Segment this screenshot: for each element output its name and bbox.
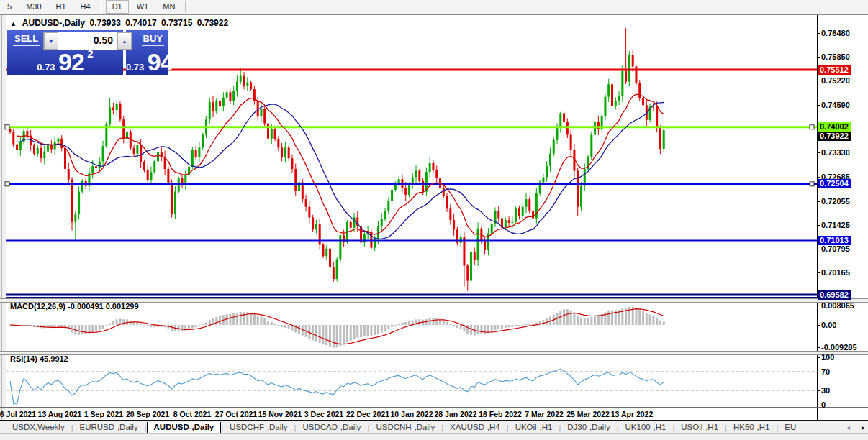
price-tick-label: 0.72055 [821, 197, 850, 206]
axis-tick-mark [817, 225, 820, 226]
chart-tab-usdchf-daily[interactable]: USDCHF-,Daily [223, 422, 294, 433]
date-tick-label: 16 Feb 2022 [479, 410, 522, 418]
price-tick-label: 0.75850 [821, 52, 850, 61]
buy-button[interactable]: BUY [142, 33, 164, 46]
date-tick-label: 10 Jan 2022 [391, 410, 433, 418]
buy-price-prefix: 0.73 [126, 62, 144, 73]
chart-tab-hk50-h1[interactable]: HK50-,H1 [727, 422, 777, 433]
sell-button[interactable]: SELL [13, 33, 40, 46]
chart-tab-audusd-daily[interactable]: AUDUSD-,Daily [147, 422, 222, 433]
timeframe-button-m30[interactable]: M30 [19, 0, 48, 14]
axis-tick-mark [817, 347, 820, 348]
rsi-indicator-label: RSI(14) 45.9912 [10, 354, 68, 363]
toolbar-separator [185, 1, 186, 12]
price-line-label: 0.69582 [818, 290, 851, 300]
timeframe-button-mn[interactable]: MN [156, 0, 181, 14]
chart-tab-usoil-h1[interactable]: USOil-,H1 [674, 422, 725, 433]
price-line-label: 0.72504 [818, 179, 851, 188]
price-tick-label: 0.70795 [821, 244, 850, 253]
date-tick-label: 8 Oct 2021 [173, 410, 212, 418]
chart-background [6, 15, 868, 421]
timeframe-button-h1[interactable]: H1 [50, 0, 73, 14]
chart-tab-eu[interactable]: EU [778, 422, 803, 433]
toolbar-separator [101, 1, 102, 12]
price-line-label: 0.71013 [818, 236, 851, 245]
symbol-period-label: AUDUSD-,Daily [22, 18, 85, 28]
axis-tick-mark [817, 405, 820, 405]
axis-tick-mark [817, 81, 820, 81]
price-line-label: 0.75512 [818, 65, 851, 75]
chart-tab-usdx-weekly[interactable]: USDX,Weekly [6, 422, 71, 433]
sell-price-big-digits: 92 [58, 48, 84, 75]
macd-tick-label: -0.009285 [821, 343, 857, 352]
timeframe-button-d1[interactable]: D1 [106, 0, 129, 14]
collapse-trade-panel-icon[interactable]: ▲ [10, 20, 17, 27]
price-tick-label: 0.70165 [821, 268, 850, 277]
timeframe-button-w1[interactable]: W1 [130, 0, 155, 14]
date-tick-label: 13 Aug 2021 [38, 410, 82, 418]
date-tick-label: 26 Jul 2021 [0, 410, 36, 418]
axis-tick-mark [817, 201, 820, 202]
ohlc-close: 0.73922 [197, 18, 228, 28]
date-tick-label: 20 Sep 2021 [126, 410, 169, 418]
axis-tick-mark [817, 357, 820, 358]
triangle-up-icon: ▲ [122, 39, 127, 44]
rsi-tick-label: 0 [821, 400, 826, 409]
rsi-tick-label: 30 [821, 386, 830, 395]
rsi-pane-bottom-border [0, 407, 868, 408]
timeframe-button-5[interactable]: 5 [1, 0, 18, 14]
chart-tab-dj30-daily[interactable]: DJ30-,Daily [561, 422, 616, 433]
chart-tab-usdcnh-daily[interactable]: USDCNH-,Daily [369, 422, 441, 433]
chart-title: ▲ AUDUSD-,Daily 0.73933 0.74017 0.73715 … [10, 18, 230, 28]
date-tick-label: 28 Jan 2022 [435, 410, 477, 418]
axis-tick-mark [817, 272, 820, 273]
status-strip [0, 433, 868, 440]
price-tick-label: 0.75220 [821, 76, 850, 85]
chart-tab-xauusd-h4[interactable]: XAUUSD-,H4 [443, 422, 507, 433]
date-tick-label: 1 Sep 2021 [84, 410, 123, 418]
volume-spinner: ▼ 0.50 ▲ [43, 32, 132, 50]
sell-price: 0.73 92 2 [7, 47, 123, 73]
date-tick-label: 25 Mar 2022 [566, 410, 610, 418]
axis-tick-mark [817, 390, 820, 391]
buy-price: 0.73 94 1 [126, 47, 168, 73]
volume-increase-button[interactable]: ▲ [117, 32, 132, 50]
tab-scroll-right-icon[interactable]: ▸ [862, 422, 865, 433]
macd-name: MACD(12,26,9) [10, 302, 65, 311]
price-tick-label: 0.76480 [821, 29, 850, 37]
axis-tick-mark [817, 306, 820, 306]
rsi-tick-label: 100 [821, 353, 834, 362]
chart-window-bottom-border [0, 420, 868, 421]
date-tick-label: 13 Apr 2022 [611, 410, 654, 418]
date-tick-label: 7 Mar 2022 [525, 410, 564, 418]
buy-price-pip-sup: 1 [176, 47, 182, 60]
volume-decrease-button[interactable]: ▼ [44, 32, 58, 50]
date-tick-label: 3 Dec 2021 [304, 410, 343, 418]
chart-window-left-border [0, 15, 6, 421]
triangle-down-icon: ▼ [49, 39, 54, 44]
axis-tick-mark [817, 57, 820, 58]
one-click-trading-widget: SELL 0.73 92 2 BUY 0.73 94 1 ▼ 0.50 ▲ [7, 30, 168, 75]
chart-tab-usdcad-daily[interactable]: USDCAD-,Daily [296, 422, 367, 433]
buy-price-big-digits: 94 [148, 48, 173, 75]
tab-scroll-left-icon[interactable]: ◂ [846, 422, 850, 433]
axis-tick-mark [817, 372, 820, 372]
price-line-label: 0.74002 [818, 122, 851, 132]
ohlc-open: 0.73933 [90, 18, 121, 28]
price-line-label: 0.73922 [818, 132, 851, 141]
price-tick-label: 0.74590 [821, 101, 850, 109]
ohlc-high: 0.74017 [125, 18, 156, 28]
axis-tick-mark [817, 177, 820, 178]
date-tick-label: 27 Oct 2021 [215, 410, 257, 418]
volume-input[interactable]: 0.50 [58, 32, 117, 50]
price-tick-label: 0.71425 [821, 221, 850, 229]
tab-scroll-arrows: ◂ ▸ [845, 422, 867, 433]
axis-tick-mark [817, 105, 820, 106]
rsi-pane-divider[interactable] [0, 351, 868, 355]
chart-tab-uk100-h1[interactable]: UK100-,H1 [619, 422, 673, 433]
chart-tab-bar: USDX,Weekly|EURUSD-,Daily|AUDUSD-,Daily|… [6, 422, 848, 433]
timeframe-button-h4[interactable]: H4 [74, 0, 97, 14]
chart-tab-eurusd-daily[interactable]: EURUSD-,Daily [73, 422, 145, 433]
price-tick-label: 0.73330 [821, 148, 850, 157]
chart-tab-ukoil-h1[interactable]: UKOil-,H1 [509, 422, 559, 433]
